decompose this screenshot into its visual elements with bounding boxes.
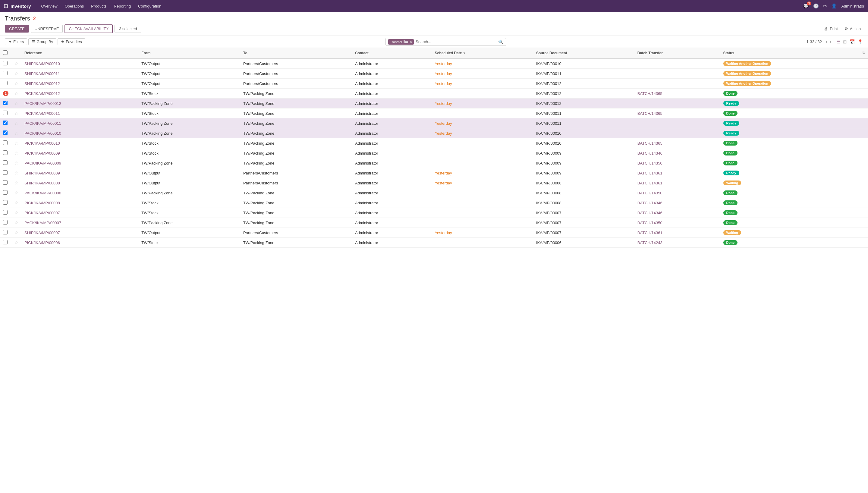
clock-icon[interactable]: 🕐 <box>813 3 819 9</box>
nav-configuration[interactable]: Configuration <box>135 2 164 10</box>
batch-link[interactable]: BATCH/14365 <box>637 111 663 116</box>
row-checkbox[interactable] <box>3 180 7 185</box>
reference-cell[interactable]: PICK/IKA/MP/00006 <box>21 238 138 248</box>
batch-transfer-cell[interactable]: BATCH/14243 <box>634 238 720 248</box>
prev-page-icon[interactable]: ‹ <box>825 39 827 45</box>
favorite-star-icon[interactable]: ☆ <box>15 180 18 185</box>
selected-count-button[interactable]: 3 selected <box>114 25 142 33</box>
reference-column-header[interactable]: Reference <box>21 48 138 59</box>
table-row[interactable]: ☆PICK/IKA/MP/00010TW/StockTW/Packing Zon… <box>0 138 868 148</box>
batch-link[interactable]: BATCH/14365 <box>637 91 663 96</box>
favorite-star-icon[interactable]: ☆ <box>15 71 18 76</box>
favorite-star-icon[interactable]: ☆ <box>15 61 18 66</box>
batch-transfer-cell[interactable]: BATCH/14365 <box>634 89 720 99</box>
table-row[interactable]: ☆SHIP/IKA/MP/00007TW/OutputPartners/Cust… <box>0 228 868 238</box>
batch-transfer-cell[interactable]: BATCH/14361 <box>634 168 720 178</box>
search-tag-remove[interactable]: × <box>410 40 412 44</box>
table-row[interactable]: ☆PICK/IKA/MP/00008TW/StockTW/Packing Zon… <box>0 198 868 208</box>
batch-transfer-cell[interactable]: BATCH/14346 <box>634 148 720 158</box>
batch-transfer-cell[interactable] <box>634 59 720 69</box>
table-row[interactable]: ☆SHIP/IKA/MP/00010TW/OutputPartners/Cust… <box>0 59 868 69</box>
search-icon[interactable]: 🔍 <box>498 40 503 44</box>
next-page-icon[interactable]: › <box>830 39 831 45</box>
action-button[interactable]: ⚙ Action <box>842 25 863 33</box>
row-checkbox[interactable] <box>3 160 7 165</box>
reference-cell[interactable]: PICK/IKA/MP/00009 <box>21 148 138 158</box>
table-row[interactable]: ☆PICK/IKA/MP/00011TW/StockTW/Packing Zon… <box>0 108 868 119</box>
batch-transfer-cell[interactable]: BATCH/14346 <box>634 208 720 218</box>
batch-transfer-cell[interactable]: BATCH/14361 <box>634 178 720 188</box>
favorite-star-icon[interactable]: ☆ <box>15 220 18 225</box>
row-checkbox[interactable] <box>3 170 7 175</box>
reference-cell[interactable]: PACK/IKA/MP/00008 <box>21 188 138 198</box>
reference-cell[interactable]: SHIP/IKA/MP/00007 <box>21 228 138 238</box>
row-checkbox[interactable] <box>3 81 7 85</box>
contact-column-header[interactable]: Contact <box>352 48 432 59</box>
row-checkbox[interactable] <box>3 220 7 224</box>
row-checkbox[interactable] <box>3 130 7 135</box>
reference-cell[interactable]: PICK/IKA/MP/00007 <box>21 208 138 218</box>
reference-cell[interactable]: PACK/IKA/MP/00007 <box>21 218 138 228</box>
table-row[interactable]: ☆PACK/IKA/MP/00008TW/Packing ZoneTW/Pack… <box>0 188 868 198</box>
batch-link[interactable]: BATCH/14350 <box>637 191 663 195</box>
batch-link[interactable]: BATCH/14346 <box>637 211 663 215</box>
table-row[interactable]: ☆PICK/IKA/MP/00006TW/StockTW/Packing Zon… <box>0 238 868 248</box>
batch-transfer-cell[interactable] <box>634 99 720 108</box>
map-view-icon[interactable]: 📍 <box>858 39 863 45</box>
favorite-star-icon[interactable]: ☆ <box>15 190 18 195</box>
kanban-view-icon[interactable]: ⊞ <box>843 39 847 45</box>
batch-transfer-cell[interactable]: BATCH/14350 <box>634 158 720 168</box>
from-column-header[interactable]: From <box>138 48 240 59</box>
batch-transfer-cell[interactable]: BATCH/14346 <box>634 198 720 208</box>
favorite-star-icon[interactable]: ☆ <box>15 200 18 205</box>
app-brand[interactable]: Inventory <box>10 4 31 9</box>
table-row[interactable]: ☆SHIP/IKA/MP/00009TW/OutputPartners/Cust… <box>0 168 868 178</box>
row-checkbox[interactable] <box>3 230 7 234</box>
row-checkbox[interactable] <box>3 141 7 145</box>
favorite-star-icon[interactable]: ☆ <box>15 121 18 126</box>
batch-transfer-cell[interactable]: BATCH/14350 <box>634 218 720 228</box>
user-icon[interactable]: 👤 <box>831 3 837 9</box>
favorite-star-icon[interactable]: ☆ <box>15 141 18 146</box>
reference-cell[interactable]: PICK/IKA/MP/00010 <box>21 138 138 148</box>
nav-reporting[interactable]: Reporting <box>111 2 134 10</box>
search-input[interactable] <box>414 39 498 45</box>
row-checkbox[interactable] <box>3 190 7 195</box>
batch-link[interactable]: BATCH/14361 <box>637 171 663 175</box>
table-row[interactable]: ☆SHIP/IKA/MP/00012TW/OutputPartners/Cust… <box>0 79 868 89</box>
batch-link[interactable]: BATCH/14350 <box>637 220 663 225</box>
batch-link[interactable]: BATCH/14365 <box>637 141 663 146</box>
batch-link[interactable]: BATCH/14346 <box>637 151 663 155</box>
table-row[interactable]: ☆PACK/IKA/MP/00012TW/Packing ZoneTW/Pack… <box>0 99 868 108</box>
row-checkbox[interactable] <box>3 71 7 75</box>
reference-cell[interactable]: SHIP/IKA/MP/00012 <box>21 79 138 89</box>
source-doc-column-header[interactable]: Source Document <box>533 48 634 59</box>
batch-transfer-cell[interactable] <box>634 79 720 89</box>
username[interactable]: Administrator <box>841 4 864 8</box>
row-checkbox[interactable] <box>3 200 7 205</box>
settings-icon[interactable]: ✂ <box>823 3 827 9</box>
table-row[interactable]: 1☆PICK/IKA/MP/00012TW/StockTW/Packing Zo… <box>0 89 868 99</box>
group-by-button[interactable]: ☰ Group By <box>28 38 56 45</box>
reference-cell[interactable]: SHIP/IKA/MP/00010 <box>21 59 138 69</box>
reference-cell[interactable]: PACK/IKA/MP/00012 <box>21 99 138 108</box>
table-row[interactable]: ☆PACK/IKA/MP/00007TW/Packing ZoneTW/Pack… <box>0 218 868 228</box>
row-checkbox[interactable] <box>3 210 7 215</box>
batch-transfer-cell[interactable] <box>634 119 720 128</box>
favorite-star-icon[interactable]: ☆ <box>15 111 18 116</box>
table-row[interactable]: ☆PICK/IKA/MP/00007TW/StockTW/Packing Zon… <box>0 208 868 218</box>
chat-icon[interactable]: 💬 3 <box>803 3 809 9</box>
favorite-star-icon[interactable]: ☆ <box>15 131 18 135</box>
row-checkbox[interactable] <box>3 101 7 105</box>
row-checkbox[interactable] <box>3 111 7 115</box>
table-row[interactable]: ☆PICK/IKA/MP/00009TW/StockTW/Packing Zon… <box>0 148 868 158</box>
nav-overview[interactable]: Overview <box>38 2 61 10</box>
reference-cell[interactable]: PICK/IKA/MP/00011 <box>21 108 138 119</box>
favorites-button[interactable]: ★ Favorites <box>58 38 85 45</box>
reference-cell[interactable]: PACK/IKA/MP/00009 <box>21 158 138 168</box>
nav-operations[interactable]: Operations <box>62 2 87 10</box>
favorite-star-icon[interactable]: ☆ <box>15 101 18 106</box>
row-checkbox[interactable] <box>3 61 7 65</box>
batch-transfer-column-header[interactable]: Batch Transfer <box>634 48 720 59</box>
reference-cell[interactable]: SHIP/IKA/MP/00011 <box>21 69 138 79</box>
